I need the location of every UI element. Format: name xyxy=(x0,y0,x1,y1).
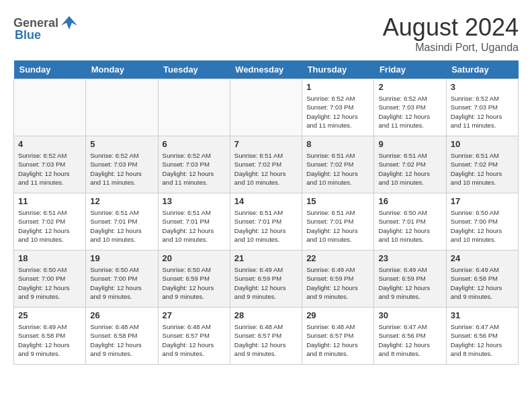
cell-info: Sunrise: 6:49 AM Sunset: 6:58 PM Dayligh… xyxy=(18,322,81,358)
day-number: 14 xyxy=(234,196,298,206)
day-number: 28 xyxy=(234,310,298,320)
day-number: 9 xyxy=(378,139,441,149)
day-number: 6 xyxy=(163,139,226,149)
calendar-cell: 6Sunrise: 6:52 AM Sunset: 7:03 PM Daylig… xyxy=(158,136,230,193)
calendar-cell: 11Sunrise: 6:51 AM Sunset: 7:02 PM Dayli… xyxy=(14,193,86,250)
cell-info: Sunrise: 6:49 AM Sunset: 6:59 PM Dayligh… xyxy=(378,265,441,301)
calendar-cell xyxy=(14,79,86,136)
calendar-cell: 28Sunrise: 6:48 AM Sunset: 6:57 PM Dayli… xyxy=(230,308,302,365)
page-header: General Blue August 2024 Masindi Port, U… xyxy=(13,13,519,54)
cell-info: Sunrise: 6:48 AM Sunset: 6:57 PM Dayligh… xyxy=(163,322,226,358)
calendar-cell: 22Sunrise: 6:49 AM Sunset: 6:59 PM Dayli… xyxy=(302,250,374,308)
calendar-cell: 30Sunrise: 6:47 AM Sunset: 6:56 PM Dayli… xyxy=(374,308,446,365)
cell-info: Sunrise: 6:51 AM Sunset: 7:02 PM Dayligh… xyxy=(378,151,441,187)
day-number: 15 xyxy=(306,196,369,206)
cell-info: Sunrise: 6:50 AM Sunset: 7:00 PM Dayligh… xyxy=(18,265,81,301)
calendar-body: 1Sunrise: 6:52 AM Sunset: 7:03 PM Daylig… xyxy=(14,79,519,365)
calendar-cell: 5Sunrise: 6:52 AM Sunset: 7:03 PM Daylig… xyxy=(86,136,158,193)
day-number: 7 xyxy=(234,139,298,149)
day-header-tuesday: Tuesday xyxy=(158,60,230,79)
day-number: 21 xyxy=(234,253,298,263)
calendar-cell: 8Sunrise: 6:51 AM Sunset: 7:02 PM Daylig… xyxy=(302,136,374,193)
calendar-cell: 4Sunrise: 6:52 AM Sunset: 7:03 PM Daylig… xyxy=(14,136,86,193)
calendar-cell xyxy=(86,79,158,136)
day-header-monday: Monday xyxy=(86,60,158,79)
cell-info: Sunrise: 6:51 AM Sunset: 7:01 PM Dayligh… xyxy=(163,208,226,244)
calendar-cell: 21Sunrise: 6:49 AM Sunset: 6:59 PM Dayli… xyxy=(230,250,302,308)
calendar-cell: 13Sunrise: 6:51 AM Sunset: 7:01 PM Dayli… xyxy=(158,193,230,250)
day-number: 1 xyxy=(306,82,369,92)
cell-info: Sunrise: 6:51 AM Sunset: 7:01 PM Dayligh… xyxy=(306,208,369,244)
calendar-cell: 3Sunrise: 6:52 AM Sunset: 7:03 PM Daylig… xyxy=(446,79,518,136)
calendar-cell: 23Sunrise: 6:49 AM Sunset: 6:59 PM Dayli… xyxy=(374,250,446,308)
day-header-thursday: Thursday xyxy=(302,60,374,79)
day-number: 10 xyxy=(451,139,514,149)
calendar-cell: 15Sunrise: 6:51 AM Sunset: 7:01 PM Dayli… xyxy=(302,193,374,250)
cell-info: Sunrise: 6:50 AM Sunset: 7:01 PM Dayligh… xyxy=(378,208,441,244)
calendar-cell: 19Sunrise: 6:50 AM Sunset: 7:00 PM Dayli… xyxy=(86,250,158,308)
logo: General Blue xyxy=(13,13,79,42)
calendar-cell: 17Sunrise: 6:50 AM Sunset: 7:00 PM Dayli… xyxy=(446,193,518,250)
month-year-title: August 2024 xyxy=(383,13,519,42)
calendar-week-5: 25Sunrise: 6:49 AM Sunset: 6:58 PM Dayli… xyxy=(14,308,519,365)
cell-info: Sunrise: 6:51 AM Sunset: 7:01 PM Dayligh… xyxy=(234,208,298,244)
day-number: 18 xyxy=(18,253,81,263)
cell-info: Sunrise: 6:52 AM Sunset: 7:03 PM Dayligh… xyxy=(90,151,153,187)
cell-info: Sunrise: 6:48 AM Sunset: 6:58 PM Dayligh… xyxy=(90,322,153,358)
cell-info: Sunrise: 6:47 AM Sunset: 6:56 PM Dayligh… xyxy=(451,322,514,358)
calendar-cell: 25Sunrise: 6:49 AM Sunset: 6:58 PM Dayli… xyxy=(14,308,86,365)
day-number: 17 xyxy=(451,196,514,206)
location-subtitle: Masindi Port, Uganda xyxy=(383,42,519,54)
calendar-cell: 27Sunrise: 6:48 AM Sunset: 6:57 PM Dayli… xyxy=(158,308,230,365)
calendar-cell: 20Sunrise: 6:50 AM Sunset: 6:59 PM Dayli… xyxy=(158,250,230,308)
cell-info: Sunrise: 6:52 AM Sunset: 7:03 PM Dayligh… xyxy=(306,94,369,130)
day-number: 16 xyxy=(378,196,441,206)
cell-info: Sunrise: 6:51 AM Sunset: 7:02 PM Dayligh… xyxy=(306,151,369,187)
logo-blue-text: Blue xyxy=(15,28,41,42)
cell-info: Sunrise: 6:50 AM Sunset: 7:00 PM Dayligh… xyxy=(90,265,153,301)
day-number: 22 xyxy=(306,253,369,263)
calendar-cell: 29Sunrise: 6:48 AM Sunset: 6:57 PM Dayli… xyxy=(302,308,374,365)
calendar-cell: 9Sunrise: 6:51 AM Sunset: 7:02 PM Daylig… xyxy=(374,136,446,193)
cell-info: Sunrise: 6:51 AM Sunset: 7:01 PM Dayligh… xyxy=(90,208,153,244)
day-number: 5 xyxy=(90,139,153,149)
cell-info: Sunrise: 6:47 AM Sunset: 6:56 PM Dayligh… xyxy=(378,322,441,358)
calendar-cell: 1Sunrise: 6:52 AM Sunset: 7:03 PM Daylig… xyxy=(302,79,374,136)
day-header-sunday: Sunday xyxy=(14,60,86,79)
cell-info: Sunrise: 6:48 AM Sunset: 6:57 PM Dayligh… xyxy=(306,322,369,358)
calendar-cell xyxy=(230,79,302,136)
calendar-cell: 18Sunrise: 6:50 AM Sunset: 7:00 PM Dayli… xyxy=(14,250,86,308)
day-number: 29 xyxy=(306,310,369,320)
calendar-week-3: 11Sunrise: 6:51 AM Sunset: 7:02 PM Dayli… xyxy=(14,193,519,250)
calendar-week-2: 4Sunrise: 6:52 AM Sunset: 7:03 PM Daylig… xyxy=(14,136,519,193)
cell-info: Sunrise: 6:52 AM Sunset: 7:03 PM Dayligh… xyxy=(451,94,514,130)
day-number: 4 xyxy=(18,139,81,149)
cell-info: Sunrise: 6:49 AM Sunset: 6:58 PM Dayligh… xyxy=(451,265,514,301)
day-number: 19 xyxy=(90,253,153,263)
day-number: 3 xyxy=(451,82,514,92)
cell-info: Sunrise: 6:51 AM Sunset: 7:02 PM Dayligh… xyxy=(451,151,514,187)
cell-info: Sunrise: 6:50 AM Sunset: 6:59 PM Dayligh… xyxy=(163,265,226,301)
day-number: 30 xyxy=(378,310,441,320)
day-number: 12 xyxy=(90,196,153,206)
calendar-cell: 14Sunrise: 6:51 AM Sunset: 7:01 PM Dayli… xyxy=(230,193,302,250)
calendar-table: SundayMondayTuesdayWednesdayThursdayFrid… xyxy=(13,60,519,365)
cell-info: Sunrise: 6:49 AM Sunset: 6:59 PM Dayligh… xyxy=(234,265,298,301)
calendar-cell: 26Sunrise: 6:48 AM Sunset: 6:58 PM Dayli… xyxy=(86,308,158,365)
day-header-friday: Friday xyxy=(374,60,446,79)
cell-info: Sunrise: 6:52 AM Sunset: 7:03 PM Dayligh… xyxy=(18,151,81,187)
title-block: August 2024 Masindi Port, Uganda xyxy=(383,13,519,54)
day-number: 24 xyxy=(451,253,514,263)
day-number: 8 xyxy=(306,139,369,149)
calendar-cell: 31Sunrise: 6:47 AM Sunset: 6:56 PM Dayli… xyxy=(446,308,518,365)
day-number: 27 xyxy=(163,310,226,320)
cell-info: Sunrise: 6:51 AM Sunset: 7:02 PM Dayligh… xyxy=(18,208,81,244)
cell-info: Sunrise: 6:51 AM Sunset: 7:02 PM Dayligh… xyxy=(234,151,298,187)
day-number: 13 xyxy=(163,196,226,206)
day-number: 23 xyxy=(378,253,441,263)
cell-info: Sunrise: 6:52 AM Sunset: 7:03 PM Dayligh… xyxy=(378,94,441,130)
day-number: 20 xyxy=(163,253,226,263)
calendar-week-1: 1Sunrise: 6:52 AM Sunset: 7:03 PM Daylig… xyxy=(14,79,519,136)
logo-bird-icon xyxy=(60,13,79,32)
calendar-cell: 12Sunrise: 6:51 AM Sunset: 7:01 PM Dayli… xyxy=(86,193,158,250)
